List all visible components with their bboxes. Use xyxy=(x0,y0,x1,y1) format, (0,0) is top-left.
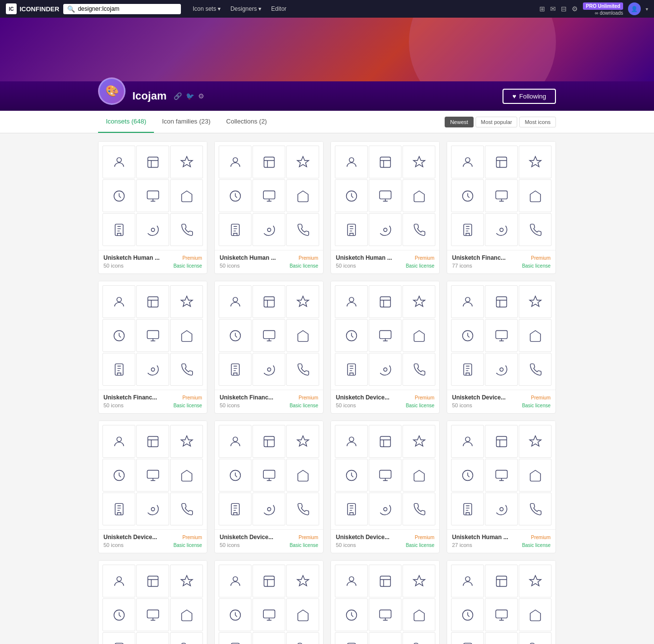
icon-title: Unisketch Human ... xyxy=(336,254,392,261)
svg-rect-3 xyxy=(147,191,158,198)
icon-preview-cell xyxy=(102,459,135,492)
icon-preview-cell xyxy=(519,213,552,246)
icon-preview-cell xyxy=(402,632,435,644)
icon-preview-cell xyxy=(136,213,169,246)
icon-preview-cell xyxy=(286,632,319,644)
icon-title-row: Unisketch Human ...Premium xyxy=(336,254,434,261)
icon-preview xyxy=(215,421,323,529)
icon-preview-cell xyxy=(102,213,135,246)
icon-meta-row: 50 iconsBasic license xyxy=(220,402,318,408)
svg-rect-91 xyxy=(496,576,506,586)
svg-rect-28 xyxy=(115,364,123,375)
icon-meta-row: 50 iconsBasic license xyxy=(103,263,202,269)
avatar-chevron[interactable]: ▾ xyxy=(646,6,648,12)
following-button[interactable]: ♥ Following xyxy=(503,89,556,104)
avatar[interactable]: 👤 xyxy=(628,2,641,15)
svg-point-72 xyxy=(117,576,121,581)
settings-icon[interactable]: ⚙ xyxy=(572,5,578,13)
svg-rect-55 xyxy=(264,436,274,446)
icon-card[interactable]: Unisketch Basic v...Premium59 iconsBasic… xyxy=(330,560,440,644)
svg-rect-9 xyxy=(263,191,275,198)
icon-preview-cell xyxy=(286,213,319,246)
profile-social-links: 🔗 🐦 ⚙ xyxy=(174,92,204,100)
premium-badge: Premium xyxy=(182,535,202,540)
icon-card[interactable]: Unisketch Financ...Premium50 iconsBasic … xyxy=(98,281,207,414)
icon-card[interactable]: Unisketch Device...Premium50 iconsBasic … xyxy=(98,421,207,553)
icon-preview-cell xyxy=(519,493,552,525)
svg-rect-15 xyxy=(379,191,391,198)
icon-preview-cell xyxy=(485,493,518,525)
icon-preview-cell xyxy=(369,285,402,318)
logo-icon: IC xyxy=(6,3,17,14)
icon-preview-cell xyxy=(402,425,435,458)
icon-count: 50 icons xyxy=(103,402,124,408)
website-icon[interactable]: 🔗 xyxy=(174,92,182,100)
app-logo[interactable]: IC ICONFINDER xyxy=(6,3,59,14)
icon-preview-cell xyxy=(286,319,319,352)
bookmark-icon[interactable]: ⊟ xyxy=(561,5,567,13)
nav-icon-sets[interactable]: Icon sets ▾ xyxy=(189,3,225,14)
icon-preview-cell xyxy=(170,319,203,352)
mail-icon[interactable]: ✉ xyxy=(550,5,556,13)
sort-most-icons-button[interactable]: Most icons xyxy=(519,117,556,127)
icon-preview-cell xyxy=(402,179,435,212)
license-tag: Basic license xyxy=(522,263,551,269)
license-tag: Basic license xyxy=(406,543,434,548)
icon-preview-cell xyxy=(369,493,402,525)
icon-preview-cell xyxy=(369,319,402,352)
icon-preview-cell xyxy=(136,493,169,525)
icon-preview-cell xyxy=(170,632,203,644)
svg-point-29 xyxy=(151,368,154,371)
icon-preview-cell xyxy=(219,425,252,458)
icon-preview-cell xyxy=(369,425,402,458)
icon-preview xyxy=(447,421,555,529)
license-tag: Basic license xyxy=(290,403,318,408)
tab-icon-families[interactable]: Icon families (23) xyxy=(154,111,218,133)
icon-card[interactable]: Unisketch Device...Premium50 iconsBasic … xyxy=(330,421,440,553)
svg-rect-43 xyxy=(496,297,506,307)
search-input[interactable] xyxy=(78,5,177,12)
icon-card[interactable]: Unisketch Device...Premium50 iconsBasic … xyxy=(330,281,440,414)
license-tag: Basic license xyxy=(174,543,202,548)
icon-meta-row: 50 iconsBasic license xyxy=(103,542,202,548)
search-bar[interactable]: 🔍 xyxy=(63,4,181,14)
sort-newest-button[interactable]: Newest xyxy=(445,117,474,127)
icon-card[interactable]: Unisketch Human ...Premium27 iconsBasic … xyxy=(447,421,556,553)
icon-preview-cell xyxy=(485,459,518,492)
icon-preview-cell xyxy=(335,285,368,318)
premium-badge: Premium xyxy=(531,395,551,400)
icon-count: 50 icons xyxy=(336,402,356,408)
icon-card[interactable]: Unisketch Human ...Premium50 iconsBasic … xyxy=(330,141,440,274)
icon-grid: Unisketch Human ...Premium50 iconsBasic … xyxy=(98,141,556,644)
icon-card[interactable]: Unisketch Applian...Premium54 iconsBasic… xyxy=(214,560,324,644)
grid-icon[interactable]: ⊞ xyxy=(539,5,545,13)
icon-card[interactable]: Unisketch Device...Premium50 iconsBasic … xyxy=(214,421,324,553)
icon-card[interactable]: Unisketch Device...Premium50 iconsBasic … xyxy=(98,560,207,644)
icon-info: Unisketch Human ...Premium27 iconsBasic … xyxy=(447,529,555,553)
icon-card[interactable]: Unisketch Financ...Premium77 iconsBasic … xyxy=(447,141,556,274)
svg-point-60 xyxy=(349,437,353,441)
icon-preview-cell xyxy=(136,353,169,386)
icon-card[interactable]: Unisketch Basic v...Premium50 iconsBasic… xyxy=(447,560,556,644)
twitter-icon[interactable]: 🐦 xyxy=(186,92,194,100)
icon-preview-cell xyxy=(519,353,552,386)
icon-preview-cell xyxy=(219,565,252,597)
nav-editor[interactable]: Editor xyxy=(267,3,290,14)
icon-preview-cell xyxy=(170,565,203,597)
main-content: Unisketch Human ...Premium50 iconsBasic … xyxy=(0,133,654,644)
icon-card[interactable]: Unisketch Human ...Premium50 iconsBasic … xyxy=(98,141,207,274)
icon-card[interactable]: Unisketch Device...Premium50 iconsBasic … xyxy=(447,281,556,414)
nav-designers[interactable]: Designers ▾ xyxy=(226,3,265,14)
icon-preview-cell xyxy=(170,459,203,492)
icon-preview-cell xyxy=(102,598,135,631)
svg-rect-4 xyxy=(115,224,123,235)
tab-collections[interactable]: Collections (2) xyxy=(218,111,275,133)
icon-preview-cell xyxy=(451,493,484,525)
icon-card[interactable]: Unisketch Financ...Premium50 iconsBasic … xyxy=(214,281,324,414)
gear-icon[interactable]: ⚙ xyxy=(198,92,204,100)
icon-card[interactable]: Unisketch Human ...Premium50 iconsBasic … xyxy=(214,141,324,274)
icon-preview-cell xyxy=(485,213,518,246)
sort-most-popular-button[interactable]: Most popular xyxy=(476,117,518,127)
svg-point-90 xyxy=(465,576,470,581)
tab-iconsets[interactable]: Iconsets (648) xyxy=(98,111,154,133)
